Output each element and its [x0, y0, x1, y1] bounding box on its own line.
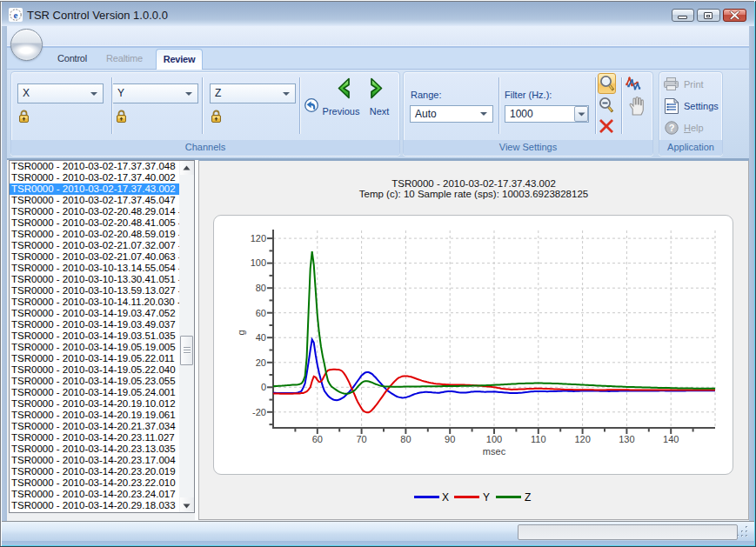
svg-text:140: 140: [663, 434, 679, 444]
svg-text:90: 90: [445, 434, 455, 444]
svg-text:110: 110: [531, 434, 546, 444]
svg-text:40: 40: [256, 332, 266, 343]
svg-text:70: 70: [356, 434, 366, 444]
svg-text:20: 20: [256, 357, 266, 368]
svg-text:80: 80: [256, 283, 266, 293]
svg-text:130: 130: [619, 434, 634, 444]
svg-text:100: 100: [251, 257, 266, 268]
svg-text:-20: -20: [252, 407, 266, 417]
svg-text:msec: msec: [483, 446, 506, 457]
svg-text:g: g: [236, 330, 246, 335]
svg-text:60: 60: [312, 434, 323, 444]
svg-text:80: 80: [400, 434, 411, 444]
svg-text:?: ?: [669, 123, 675, 133]
svg-text:120: 120: [574, 434, 590, 444]
svg-text:120: 120: [251, 233, 266, 243]
svg-text:100: 100: [486, 434, 502, 444]
svg-text:60: 60: [256, 308, 266, 318]
svg-text:0: 0: [261, 382, 266, 392]
svg-text:e: e: [14, 10, 18, 20]
